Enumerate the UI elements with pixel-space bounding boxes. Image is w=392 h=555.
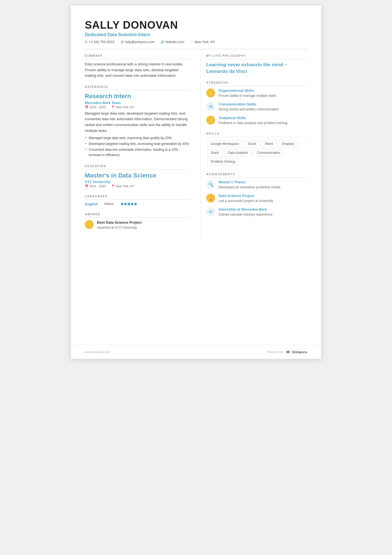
- exp-meta: 📅 2023 - 2023 📍 New York, NY: [85, 105, 190, 109]
- enhancv-brand-name: Enhancv: [292, 350, 307, 354]
- bullet-2: Developed targeted mailing lists, increa…: [85, 141, 190, 147]
- job-company: Mercedes Berk Team: [85, 101, 121, 105]
- edu-calendar-icon: 📅: [85, 184, 89, 188]
- email-text: help@enhancv.com: [125, 40, 154, 44]
- skill-4: Dropbox: [278, 140, 298, 147]
- awards-section: AWARDS ⚡ Best Data Science Project Award…: [85, 213, 190, 230]
- exp-bullets-list: Managed large data sets, improving data …: [85, 135, 190, 158]
- skills-title: SKILLS: [206, 132, 307, 137]
- calendar-icon: 📅: [85, 105, 89, 109]
- skills-section: SKILLS Google Workspace Excel Word Dropb…: [206, 132, 307, 166]
- philosophy-section: MY LIFE PHILOSOPHY Learning never exhaus…: [206, 54, 307, 75]
- skill-2: Excel: [244, 140, 260, 147]
- left-column: SUMMARY Data science professional with a…: [85, 54, 200, 237]
- location-icon: ♡: [190, 40, 193, 44]
- strengths-title: STRENGTHS: [206, 81, 307, 86]
- skill-3: Word: [261, 140, 276, 147]
- award-item: ⚡ Best Data Science Project Awarded at X…: [85, 220, 190, 230]
- edu-dates: 2021 - 2023: [90, 184, 106, 188]
- degree-title: Master's in Data Science: [85, 172, 190, 179]
- language-row: English Native: [85, 202, 190, 206]
- achievements-title: ACHIEVEMENTS: [206, 173, 307, 178]
- skill-7: Communication: [253, 149, 284, 156]
- edu-location: New York, NY: [116, 184, 135, 188]
- award-name: Best Data Science Project: [97, 220, 142, 225]
- location-text: New York, NY: [195, 40, 215, 44]
- strength-item-3: ⚡ Analytical Skills Proficient in data a…: [206, 116, 307, 125]
- footer-right: Powered by Enhancv: [267, 349, 307, 355]
- strength-title-3: Analytical Skills: [219, 116, 287, 120]
- resume-page: SALLY DONOVAN Dedicated Data Scientist I…: [71, 6, 321, 359]
- right-column: MY LIFE PHILOSOPHY Learning never exhaus…: [200, 54, 307, 237]
- ach-desc-3: Gained valuable industry experience: [219, 212, 272, 217]
- achievement-item-3: ✉ Internship at Mercedes Berk Gained val…: [206, 207, 307, 217]
- skills-grid: Google Workspace Excel Word Dropbox Slac…: [206, 139, 307, 166]
- edu-company-row: XYZ University: [85, 180, 190, 184]
- ach-title-2: Data Science Project: [219, 194, 273, 198]
- exp-description: Managed large data sets, developed targe…: [85, 111, 190, 134]
- strength-item-2: ✉ Communication Skills Strong verbal and…: [206, 102, 307, 112]
- ach-icon-3: ✉: [206, 207, 215, 216]
- bullet-1: Managed large data sets, improving data …: [85, 135, 190, 141]
- strength-icon-3: ⚡: [206, 116, 215, 125]
- achievements-section: ACHIEVEMENTS 🔍 Master's Thesis Developed…: [206, 173, 307, 217]
- skill-5: Slack: [207, 149, 222, 156]
- ach-desc-2: Led a successful project at university: [219, 198, 273, 203]
- job-title: Research Intern: [85, 93, 190, 100]
- languages-section: LANGUAGES English Native: [85, 195, 190, 206]
- footer: www.enhancv.com Powered by Enhancv: [71, 345, 321, 359]
- strength-content-2: Communication Skills Strong verbal and w…: [219, 102, 279, 112]
- linkedin-item: 🔗 linkedin.com: [160, 40, 184, 44]
- phone-icon: ✆: [85, 40, 88, 44]
- experience-section: EXPERIENCE Research Intern Mercedes Berk…: [85, 85, 190, 158]
- ach-icon-2: 🏆: [206, 194, 215, 203]
- summary-section: SUMMARY Data science professional with a…: [85, 54, 190, 79]
- strength-icon-2: ✉: [206, 102, 215, 111]
- strength-content-3: Analytical Skills Proficient in data ana…: [219, 116, 287, 125]
- awards-title: AWARDS: [85, 213, 190, 218]
- candidate-name: SALLY DONOVAN: [85, 19, 307, 31]
- skill-8: Problem Solving: [207, 158, 239, 165]
- strength-content-1: Organizational Skills Proven ability to …: [219, 88, 276, 98]
- strengths-section: STRENGTHS ⚡ Organizational Skills Proven…: [206, 81, 307, 125]
- ach-icon-1: 🔍: [206, 180, 215, 189]
- candidate-title: Dedicated Data Scientist Intern: [85, 32, 307, 37]
- summary-text: Data science professional with a strong …: [85, 61, 190, 79]
- award-content: Best Data Science Project Awarded at XYZ…: [97, 220, 142, 230]
- award-icon: ⚡: [85, 220, 94, 229]
- svg-point-0: [287, 351, 289, 353]
- header-divider: [85, 49, 307, 49]
- exp-dates: 2023 - 2023: [90, 105, 106, 109]
- skill-6: Data Analysis: [224, 149, 252, 156]
- dot-4: [131, 203, 133, 205]
- dot-1: [121, 203, 123, 205]
- location-item: ♡ New York, NY: [190, 40, 215, 44]
- strength-title-2: Communication Skills: [219, 102, 279, 106]
- footer-url: www.enhancv.com: [85, 350, 110, 354]
- education-title: EDUCATION: [85, 165, 190, 170]
- powered-by-text: Powered by: [267, 350, 283, 354]
- achievement-item-1: 🔍 Master's Thesis Developed an innovativ…: [206, 180, 307, 190]
- strength-icon-1: ⚡: [206, 88, 215, 97]
- strength-desc-1: Proven ability to manage multiple tasks: [219, 93, 276, 98]
- philosophy-title: MY LIFE PHILOSOPHY: [206, 54, 307, 59]
- lang-dots: [121, 203, 137, 205]
- enhancv-logo-icon: [285, 349, 291, 355]
- ach-content-1: Master's Thesis Developed an innovative …: [219, 180, 280, 190]
- ach-content-2: Data Science Project Led a successful pr…: [219, 194, 273, 203]
- ach-title-1: Master's Thesis: [219, 180, 280, 184]
- skill-1: Google Workspace: [207, 140, 243, 147]
- exp-dates-item: 📅 2023 - 2023: [85, 105, 106, 109]
- enhancv-logo: Enhancv: [285, 349, 307, 355]
- lang-name: English: [85, 202, 101, 206]
- strength-item-1: ⚡ Organizational Skills Proven ability t…: [206, 88, 307, 98]
- exp-company-row: Mercedes Berk Team: [85, 101, 190, 105]
- email-icon: @: [120, 40, 124, 44]
- strength-desc-3: Proficient in data analysis and problem-…: [219, 120, 287, 125]
- email-item: @ help@enhancv.com: [120, 40, 154, 44]
- summary-title: SUMMARY: [85, 54, 190, 59]
- edu-meta: 📅 2021 - 2023 📍 New York, NY: [85, 184, 190, 188]
- main-content: SUMMARY Data science professional with a…: [85, 54, 307, 237]
- dot-3: [128, 203, 130, 205]
- languages-title: LANGUAGES: [85, 195, 190, 200]
